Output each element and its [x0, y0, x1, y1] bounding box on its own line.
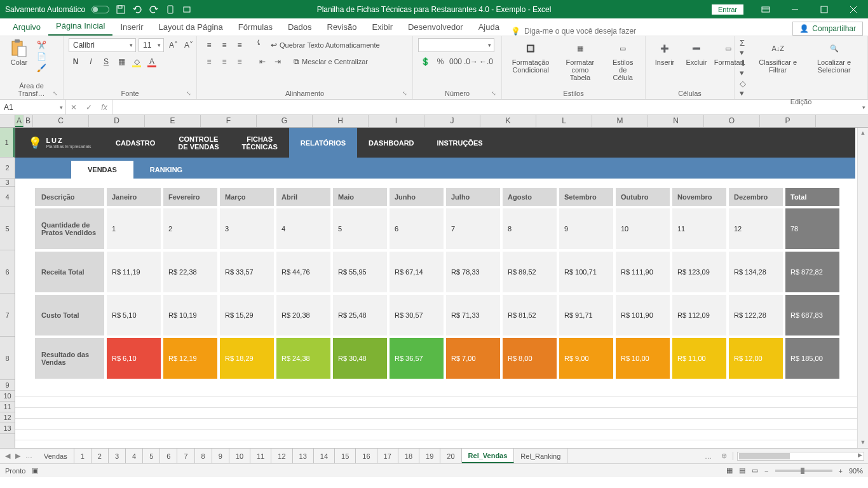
orientation-icon[interactable]: ⤹	[255, 38, 262, 52]
zoom-in-icon[interactable]: +	[839, 467, 843, 475]
table-cell[interactable]: R$ 44,76	[275, 250, 332, 294]
table-cell[interactable]: R$ 12,00	[728, 337, 784, 380]
row-header[interactable]: 7	[0, 294, 15, 337]
fill-color-icon[interactable]: ◇	[130, 55, 144, 69]
table-cell[interactable]: 7	[445, 207, 501, 250]
table-cell[interactable]: R$ 10,19	[162, 294, 219, 337]
table-cell[interactable]: R$ 24,38	[275, 337, 332, 380]
menu-data[interactable]: Dados	[280, 18, 320, 36]
hscroll-thumb[interactable]	[739, 453, 790, 459]
menu-review[interactable]: Revisão	[320, 18, 365, 36]
align-center-icon[interactable]: ≡	[217, 55, 231, 69]
ribbon-mode-icon[interactable]	[751, 0, 780, 18]
horizontal-scrollbar[interactable]: ◀ ▶	[737, 452, 864, 461]
table-cell[interactable]: R$ 25,48	[332, 294, 388, 337]
save-icon[interactable]	[116, 4, 126, 15]
table-cell[interactable]: 2	[162, 207, 219, 250]
table-cell[interactable]: R$ 81,52	[501, 294, 558, 337]
table-cell[interactable]: R$ 55,95	[332, 250, 388, 294]
table-cell[interactable]: R$ 71,33	[445, 294, 501, 337]
menu-view[interactable]: Exibir	[364, 18, 400, 36]
merge-center-button[interactable]: ⧉Mesclar e Centralizar	[294, 55, 368, 69]
bold-button[interactable]: N	[69, 55, 83, 69]
font-name-select[interactable]: Calibri	[69, 38, 136, 52]
column-header[interactable]: K	[480, 115, 536, 127]
font-color-icon[interactable]: A	[145, 55, 159, 69]
undo-icon[interactable]	[132, 4, 142, 15]
clear-icon[interactable]: ◇ ▾	[740, 79, 750, 98]
cancel-formula-icon[interactable]: ✕	[66, 103, 81, 112]
sheet-tab[interactable]: 12	[271, 449, 292, 463]
formula-input[interactable]: ▾	[112, 100, 868, 114]
share-button[interactable]: 👤 Compartilhar	[792, 22, 863, 36]
column-header[interactable]: I	[369, 115, 424, 127]
sheet-tab[interactable]: 17	[377, 449, 398, 463]
percent-icon[interactable]: %	[433, 55, 447, 69]
table-cell[interactable]: R$ 20,38	[275, 294, 332, 337]
underline-button[interactable]: S	[99, 55, 113, 69]
macro-record-icon[interactable]: ▣	[32, 466, 38, 475]
sheet-tab[interactable]: Rel_Vendas	[462, 449, 515, 463]
table-cell[interactable]: R$ 33,57	[219, 250, 275, 294]
sheet-tab[interactable]: Rel_Ranking	[514, 449, 567, 463]
sort-filter-button[interactable]: A↓ZClassificar e Filtrar	[754, 38, 802, 75]
sheet-tab[interactable]: 19	[419, 449, 440, 463]
row-header[interactable]: 10	[0, 391, 15, 402]
increase-decimal-icon[interactable]: .0→	[464, 55, 478, 69]
select-all-corner[interactable]	[0, 115, 15, 127]
table-cell[interactable]: 6	[388, 207, 445, 250]
table-cell[interactable]: 1	[105, 207, 162, 250]
column-header[interactable]: E	[145, 115, 201, 127]
column-header[interactable]: L	[536, 115, 592, 127]
column-header[interactable]: P	[760, 115, 816, 127]
grid[interactable]: 12345678910111213 💡 LUZ Planilhas Empres…	[0, 128, 868, 448]
table-cell[interactable]: R$ 6,10	[105, 337, 162, 380]
table-cell[interactable]: R$ 89,52	[501, 250, 558, 294]
sheet-tab[interactable]: 9	[212, 449, 229, 463]
table-cell[interactable]: R$ 9,00	[558, 337, 614, 380]
sheet-nav-first-icon[interactable]: ◀	[4, 452, 11, 460]
cut-icon[interactable]: ✂️	[37, 41, 46, 50]
hscroll-right-icon[interactable]: ▶	[858, 452, 862, 458]
appnav-item[interactable]: CADASTRO	[104, 128, 166, 158]
column-header[interactable]: F	[201, 115, 257, 127]
sheet-nav-more2-icon[interactable]: …	[701, 452, 715, 460]
row-header[interactable]: 3	[0, 179, 15, 187]
table-cell[interactable]: R$ 101,90	[614, 294, 671, 337]
sheet-tab[interactable]: Vendas	[37, 449, 74, 463]
row-header[interactable]: 9	[0, 380, 15, 391]
accept-formula-icon[interactable]: ✓	[81, 103, 97, 112]
row-header[interactable]: 11	[0, 402, 15, 412]
view-normal-icon[interactable]: ▦	[726, 466, 733, 475]
table-cell[interactable]: R$ 22,38	[162, 250, 219, 294]
autosum-icon[interactable]: Σ ▾	[740, 38, 750, 57]
expand-fbar-icon[interactable]: ▾	[862, 104, 865, 111]
menu-help[interactable]: Ajuda	[471, 18, 507, 36]
sheet-tab[interactable]: 15	[335, 449, 356, 463]
decrease-font-icon[interactable]: A˅	[182, 38, 196, 52]
tell-me[interactable]: 💡 Diga-me o que você deseja fazer	[511, 27, 636, 36]
table-cell[interactable]: 9	[558, 207, 614, 250]
decrease-indent-icon[interactable]: ⇤	[255, 55, 269, 69]
redo-icon[interactable]	[149, 4, 159, 15]
column-header[interactable]: A	[15, 115, 24, 127]
cell-styles-button[interactable]: ▭Estilos de Célula	[606, 38, 640, 83]
row-header[interactable]: 2	[0, 158, 15, 179]
table-cell[interactable]: R$ 11,19	[105, 250, 162, 294]
sheet-nav-prev-icon[interactable]: ▶	[14, 452, 22, 460]
column-header[interactable]: H	[313, 115, 369, 127]
row-header[interactable]: 8	[0, 337, 15, 380]
find-select-button[interactable]: 🔍Localizar e Selecionar	[806, 38, 862, 75]
table-cell[interactable]: R$ 100,71	[558, 250, 614, 294]
table-cell[interactable]: 10	[614, 207, 671, 250]
row-header[interactable]: 4	[0, 187, 15, 207]
increase-indent-icon[interactable]: ⇥	[271, 55, 285, 69]
add-sheet-button[interactable]: ⊕	[715, 452, 733, 460]
table-cell[interactable]: R$ 15,29	[219, 294, 275, 337]
appnav-item[interactable]: DASHBOARD	[357, 128, 426, 158]
table-cell[interactable]: R$ 7,00	[445, 337, 501, 380]
table-cell[interactable]: R$ 10,00	[614, 337, 671, 380]
sheet-tab[interactable]: 13	[293, 449, 314, 463]
menu-developer[interactable]: Desenvolvedor	[400, 18, 471, 36]
decrease-decimal-icon[interactable]: ←.0	[479, 55, 493, 69]
